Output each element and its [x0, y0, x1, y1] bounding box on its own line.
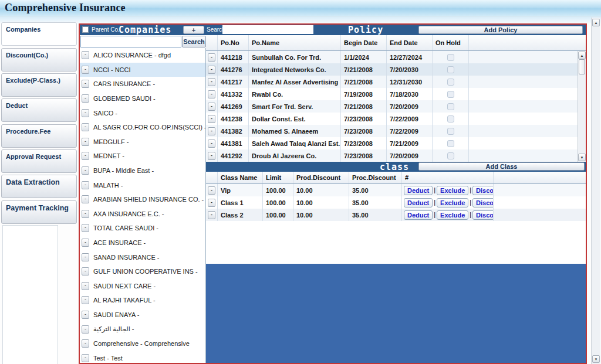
exclude-action-button[interactable]: Exclude — [437, 186, 468, 195]
collapse-minus-icon[interactable]: - — [82, 325, 89, 334]
collapse-minus-icon[interactable]: - — [82, 80, 89, 88]
company-list-item[interactable]: -SAUDI ENAYA - — [80, 308, 205, 322]
scroll-up-icon[interactable]: ▲ — [592, 19, 600, 26]
on-hold-checkbox[interactable] — [447, 128, 454, 135]
sidebar-item-deduct[interactable]: Deduct — [1, 98, 77, 122]
collapse-minus-icon[interactable]: - — [82, 195, 89, 203]
collapse-minus-icon[interactable]: - — [82, 239, 89, 247]
row-expand-minus-icon[interactable]: - — [208, 66, 215, 74]
on-hold-checkbox[interactable] — [447, 79, 454, 86]
collapse-minus-icon[interactable]: - — [82, 166, 89, 175]
company-list-item[interactable]: -SANAD INSURANCE - — [80, 250, 205, 264]
collapse-minus-icon[interactable]: - — [82, 181, 89, 189]
company-list-item[interactable]: -BUPA - MIddle East - — [80, 164, 205, 178]
on-hold-checkbox[interactable] — [447, 115, 454, 123]
policy-table-row[interactable]: -441381Saleh Awad Talaq Alanzi Est.7/23/… — [206, 137, 586, 149]
add-company-button[interactable]: + — [183, 26, 204, 34]
policy-table-row[interactable]: -441238Dollar Const. Est.7/23/20087/22/2… — [206, 113, 586, 125]
collapse-minus-icon[interactable]: - — [82, 339, 89, 348]
company-list-item[interactable]: -ACE INSURACE - — [80, 236, 205, 250]
policy-table-row[interactable]: -441382Mohamed S. Alnaeem7/23/20087/22/2… — [206, 125, 586, 137]
company-list-item[interactable]: -MALATH - — [80, 178, 205, 192]
scroll-up-icon[interactable]: ▲ — [578, 52, 586, 59]
row-expand-minus-icon[interactable]: - — [208, 78, 215, 86]
row-expand-minus-icon[interactable]: - — [208, 103, 215, 111]
page-scrollbar[interactable]: ▲ ▼ — [591, 18, 600, 364]
sidebar-item-procedure-fee[interactable]: Procedure.Fee — [1, 124, 77, 148]
collapse-minus-icon[interactable]: - — [82, 138, 89, 146]
exclude-action-button[interactable]: Exclude — [437, 210, 468, 220]
sidebar-item-payment-tracking[interactable]: Payment Tracking — [1, 200, 77, 224]
class-table-row[interactable]: -Class 1100.0010.0035.00Deduct|Exclude|D… — [206, 196, 586, 209]
scrollbar-thumb[interactable] — [579, 59, 585, 74]
company-list-item[interactable]: -MEDGULF - — [80, 135, 205, 149]
collapse-minus-icon[interactable]: - — [82, 311, 89, 319]
scroll-down-icon[interactable]: ▼ — [592, 355, 600, 363]
collapse-minus-icon[interactable]: - — [82, 224, 89, 232]
collapse-minus-icon[interactable]: - — [82, 282, 89, 290]
row-expand-minus-icon[interactable]: - — [208, 53, 215, 62]
collapse-minus-icon[interactable]: - — [82, 94, 89, 103]
row-expand-minus-icon[interactable]: - — [208, 115, 215, 123]
row-expand-minus-icon[interactable]: - — [208, 90, 215, 98]
collapse-minus-icon[interactable]: - — [82, 354, 89, 362]
company-list-item[interactable]: -SAICO - — [80, 106, 205, 120]
company-search-input[interactable] — [80, 36, 181, 47]
sidebar-item-companies[interactable]: Companies — [1, 22, 77, 46]
on-hold-checkbox[interactable] — [447, 91, 454, 98]
policy-table-row[interactable]: -441292Droub Al Jazeera Co.7/23/20087/20… — [206, 149, 586, 162]
class-table-row[interactable]: -Class 2100.0010.0035.00Deduct|Exclude|D… — [206, 209, 586, 221]
policy-search-input[interactable] — [222, 25, 313, 34]
company-list-item[interactable]: -Test - Test — [80, 351, 205, 363]
policy-table-row[interactable]: -441269Smart For Trd. Serv.7/21/20087/20… — [206, 100, 586, 113]
collapse-minus-icon[interactable]: - — [82, 253, 89, 261]
policy-table-scrollbar[interactable]: ▲ ▼ — [578, 51, 586, 162]
sidebar-item-exclude-p-class-[interactable]: Exclude(P-Class.) — [1, 73, 77, 97]
add-policy-button[interactable]: Add Policy — [418, 26, 583, 34]
collapse-minus-icon[interactable]: - — [82, 296, 89, 304]
collapse-minus-icon[interactable]: - — [82, 152, 89, 160]
deduct-action-button[interactable]: Deduct — [404, 210, 433, 220]
policy-table-row[interactable]: -441217Manfez Al Asser Advertising7/21/2… — [206, 76, 586, 88]
company-list-item[interactable]: -GULF UNION COOPERATIVE INS - — [80, 264, 205, 279]
company-list-item[interactable]: -MEDNET - — [80, 149, 205, 164]
row-expand-minus-icon[interactable]: - — [208, 127, 215, 135]
sidebar-item-discount-co-[interactable]: Discount(Co.) — [1, 48, 77, 72]
on-hold-checkbox[interactable] — [447, 66, 454, 73]
on-hold-checkbox[interactable] — [447, 54, 454, 61]
sidebar-item-approval-request[interactable]: Approval Request — [1, 149, 77, 173]
policy-table-row[interactable]: -441332Rwabi Co.7/19/20087/18/2030 — [206, 88, 586, 100]
exclude-action-button[interactable]: Exclude — [437, 198, 468, 207]
on-hold-checkbox[interactable] — [447, 152, 454, 159]
company-list-item[interactable]: -TOTAL CARE SAUDI - — [80, 221, 205, 236]
company-list-item[interactable]: -NCCI - NCCI — [80, 63, 205, 77]
on-hold-checkbox[interactable] — [447, 140, 454, 147]
discount-action-button[interactable]: Discount — [472, 186, 494, 195]
row-expand-minus-icon[interactable]: - — [208, 199, 215, 207]
collapse-minus-icon[interactable]: - — [82, 267, 89, 275]
collapse-minus-icon[interactable]: - — [82, 66, 89, 74]
parent-co-checkbox[interactable] — [82, 26, 89, 33]
policy-table-row[interactable]: -441276Integrated Networks Co.7/21/20087… — [206, 63, 586, 76]
add-class-button[interactable]: Add Class — [418, 162, 585, 171]
deduct-action-button[interactable]: Deduct — [404, 198, 433, 207]
policy-table-row[interactable]: -441218Sunbullah Co. For Trd.1/1/202412/… — [206, 51, 586, 63]
company-list-item[interactable]: -AL RAJHI TAKAFUL - — [80, 293, 205, 308]
row-expand-minus-icon[interactable]: - — [208, 211, 215, 219]
company-list-item[interactable]: -ALICO INSURANCE - dfgd — [80, 48, 205, 63]
collapse-minus-icon[interactable]: - — [82, 51, 89, 59]
collapse-minus-icon[interactable]: - — [82, 210, 89, 218]
company-list-item[interactable]: -SAUDI NEXT CARE - — [80, 279, 205, 294]
company-list-item[interactable]: -Comprehensive - Comprehensive — [80, 336, 205, 351]
deduct-action-button[interactable]: Deduct — [404, 186, 433, 195]
on-hold-checkbox[interactable] — [447, 103, 454, 110]
company-list-item[interactable]: -CARS INSURANCE - — [80, 77, 205, 91]
row-expand-minus-icon[interactable]: - — [208, 186, 215, 195]
scroll-down-icon[interactable]: ▼ — [578, 154, 586, 161]
company-list-item[interactable]: -الجالية التركية - — [80, 322, 205, 336]
company-list-item[interactable]: -GLOBEMED SAUDI - — [80, 91, 205, 106]
collapse-minus-icon[interactable]: - — [82, 123, 89, 131]
company-search-button[interactable]: Search — [182, 36, 206, 47]
discount-action-button[interactable]: Discount — [472, 198, 494, 207]
class-table-row[interactable]: -Vip100.0010.0035.00Deduct|Exclude|Disco… — [206, 184, 586, 196]
